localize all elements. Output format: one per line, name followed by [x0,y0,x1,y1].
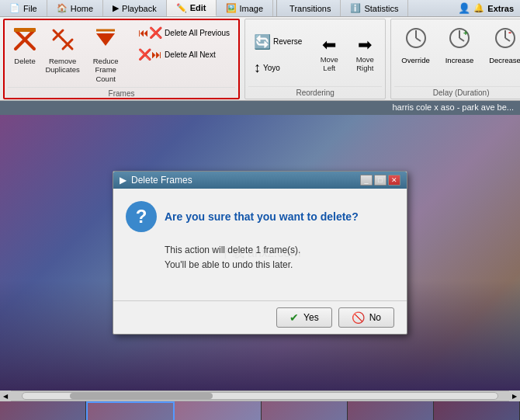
tab-image-label: Image [240,4,264,13]
dialog-question-text: Are you sure that you want to delete? [165,210,359,223]
tab-edit-label: Edit [190,3,206,12]
svg-line-18 [505,38,510,41]
remove-duplicates-label: RemoveDuplicates [45,57,79,75]
override-icon [404,26,428,54]
reverse-button[interactable]: 🔄 Reverse [248,30,307,54]
status-bar: harris cole x aso - park ave be... [0,101,520,115]
delete-all-previous-button[interactable]: ⏮❌ Delete All Previous [133,23,235,42]
file-icon: 📄 [9,3,20,13]
dialog-message-line1: This action will delete 1 frame(s). [165,243,394,258]
frames-group: Delete RemoveDuplicates [3,19,240,99]
question-icon: ? [126,201,157,232]
dialog-question-area: ? Are you sure that you want to delete? [126,201,394,232]
yoyo-label: Yoyo [263,64,280,72]
yoyo-button[interactable]: ↕️ Yoyo [248,57,307,79]
dialog-minimize-button[interactable]: _ [360,175,373,186]
main-area: ▶ Delete Frames _ □ ✕ ? Are you sure tha… [0,115,520,390]
remove-duplicates-icon [50,27,75,55]
timeline-scrollbar: ◀ ▶ [0,390,520,401]
frame-thumb-1[interactable] [86,401,175,420]
frame-thumb-4[interactable] [348,401,434,420]
move-left-label: MoveLeft [321,55,338,73]
reverse-icon: 🔄 [254,33,271,50]
playback-icon: ▶ [113,3,119,13]
tab-image[interactable]: 🖼️ Image [217,0,274,16]
no-button[interactable]: 🚫 No [338,307,394,328]
no-label: No [369,312,381,323]
frame-thumb-0[interactable] [0,401,86,420]
scrollbar-thumb[interactable] [70,393,213,399]
reordering-group: 🔄 Reverse ↕️ Yoyo ⬅ MoveLeft ➡ MoveRight [244,19,386,99]
svg-line-14 [459,38,464,41]
yes-button[interactable]: ✔ Yes [276,307,332,328]
increase-label: Increase [445,56,473,64]
reduce-frame-count-button[interactable]: ReduceFrame Count [83,23,128,87]
status-text: harris cole x aso - park ave be... [392,102,514,112]
svg-marker-7 [96,33,115,46]
delete-all-next-label: Delete All Next [165,50,216,59]
bell-icon: 🔔 [473,3,484,13]
timeline-scroll-left[interactable]: ◀ [0,390,11,401]
override-button[interactable]: Override [394,23,436,68]
decrease-label: Decrease [489,56,520,64]
edit-icon: ✏️ [176,3,187,13]
delete-all-previous-label: Delete All Previous [165,29,230,37]
dialog-close-button[interactable]: ✕ [388,175,400,186]
tab-file-label: File [23,4,37,13]
tab-home[interactable]: 🏠 Home [47,0,103,16]
tab-transitions-label: Transitions [289,4,331,13]
yes-icon: ✔ [289,311,299,324]
timeline-frames [0,401,520,420]
reduce-frame-count-icon [93,27,118,55]
dialog-buttons: ✔ Yes 🚫 No [113,300,407,334]
move-right-button[interactable]: ➡ MoveRight [348,33,382,77]
remove-duplicates-button[interactable]: RemoveDuplicates [43,23,81,78]
tab-transitions[interactable]: Transitions [280,0,341,16]
delay-group-label: Delay (Duration) [394,86,520,97]
tab-extras-label: Extras [487,4,514,13]
decrease-icon: - [494,26,517,54]
delete-all-next-button[interactable]: ❌⏭ Delete All Next [133,45,235,64]
info-icon: ℹ️ [350,3,361,13]
tab-statistics-label: Statistics [364,4,398,13]
decrease-button[interactable]: - Decrease [482,23,520,68]
move-right-icon: ➡ [358,36,372,54]
delete-label: Delete [14,57,35,65]
dialog-maximize-button[interactable]: □ [374,175,387,186]
frame-thumb-5[interactable] [434,401,520,420]
svg-text:+: + [463,29,468,37]
tab-file[interactable]: 📄 File [0,0,47,16]
move-left-button[interactable]: ⬅ MoveLeft [312,33,346,77]
svg-text:-: - [508,27,511,38]
move-left-icon: ⬅ [322,36,336,54]
svg-line-11 [416,38,421,41]
increase-button[interactable]: + Increase [439,23,480,68]
image-icon: 🖼️ [226,3,237,13]
dialog-message-line2: You'll be able to undo this later. [165,258,394,272]
delete-all-next-icon: ❌⏭ [138,48,162,61]
dialog-title: Delete Frames [131,175,192,186]
scrollbar-track[interactable] [22,392,498,400]
frames-group-label: Frames [8,87,235,98]
svg-rect-2 [14,28,36,32]
override-label: Override [401,56,429,64]
delete-icon [12,27,37,55]
timeline-scroll-right[interactable]: ▶ [509,390,520,401]
tab-statistics[interactable]: ℹ️ Statistics [341,0,408,16]
dialog-titlebar: ▶ Delete Frames _ □ ✕ [113,172,407,189]
home-icon: 🏠 [57,3,68,13]
delete-all-previous-icon: ⏮❌ [138,26,162,39]
frame-thumb-3[interactable] [262,401,348,420]
yes-label: Yes [303,312,319,323]
reduce-frame-count-label: ReduceFrame Count [88,57,123,83]
dialog-message: This action will delete 1 frame(s). You'… [165,243,394,272]
dialog-title-icon: ▶ [120,175,127,186]
user-icon: 👤 [458,2,470,14]
tab-playback[interactable]: ▶ Playback [103,0,167,16]
tab-edit[interactable]: ✏️ Edit [167,0,217,16]
frame-thumb-2[interactable] [175,401,261,420]
tab-home-label: Home [71,4,93,13]
dialog-overlay: ▶ Delete Frames _ □ ✕ ? Are you sure tha… [0,115,520,390]
delete-button[interactable]: Delete [8,23,42,69]
increase-icon: + [448,26,471,54]
